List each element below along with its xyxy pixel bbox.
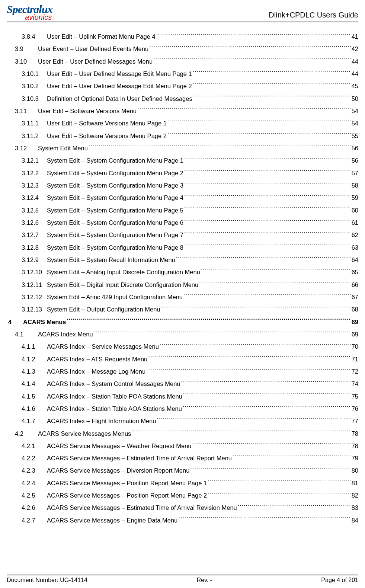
toc-entry: 3.10.1User Edit – User Defined Message E… bbox=[8, 68, 358, 80]
toc-number: 3.12.1 bbox=[22, 154, 47, 167]
toc-number: 3.12.13 bbox=[22, 303, 47, 316]
toc-title: ACARS Service Messages – Estimated Time … bbox=[47, 452, 232, 464]
toc-page: 79 bbox=[352, 452, 358, 464]
toc-title: System Edit – System Configuration Menu … bbox=[47, 167, 183, 179]
toc-page: 83 bbox=[352, 502, 358, 514]
toc-leader bbox=[233, 454, 351, 461]
toc-leader bbox=[132, 429, 350, 436]
toc-title: ACARS Service Messages – Position Report… bbox=[47, 477, 207, 489]
toc-leader bbox=[183, 392, 351, 399]
toc-entry: 3.12.6System Edit – System Configuration… bbox=[8, 217, 358, 229]
toc-entry: 3.12.12System Edit – Arinc 429 Input Con… bbox=[8, 291, 358, 303]
toc-leader bbox=[183, 293, 351, 299]
toc-title: ACARS Service Messages – Diversion Repor… bbox=[47, 464, 189, 477]
toc-page: 75 bbox=[352, 390, 358, 403]
toc-leader bbox=[199, 281, 350, 287]
toc-leader bbox=[178, 516, 350, 523]
toc-page: 56 bbox=[352, 142, 358, 154]
toc-page: 56 bbox=[352, 154, 358, 167]
footer-revision: Rev. - bbox=[196, 577, 212, 584]
toc-leader bbox=[94, 330, 351, 336]
toc-entry: 4.1.4ACARS Index – System Control Messag… bbox=[8, 378, 358, 390]
toc-title: User Edit – User Defined Message Edit Me… bbox=[47, 80, 192, 92]
toc-page: 74 bbox=[352, 378, 358, 390]
toc-entry: 3.10.2User Edit – User Defined Message E… bbox=[8, 80, 358, 92]
toc-number: 4.1 bbox=[15, 328, 38, 341]
toc-entry: 4.2.4ACARS Service Messages – Position R… bbox=[8, 477, 358, 489]
toc-entry: 3.11User Edit – Software Versions Menu54 bbox=[8, 105, 358, 117]
toc-leader bbox=[184, 169, 351, 175]
toc-title: ACARS Index – Station Table POA Stations… bbox=[47, 390, 182, 403]
toc-leader bbox=[193, 70, 351, 76]
toc-title: System Edit – System Configuration Menu … bbox=[47, 192, 183, 204]
toc-number: 3.12.7 bbox=[22, 229, 47, 241]
toc-page: 59 bbox=[352, 192, 358, 204]
toc-title: User Edit – Software Versions Menu Page … bbox=[47, 117, 167, 130]
toc-entry: 3.12.7System Edit – System Configuration… bbox=[8, 229, 358, 241]
table-of-contents: 3.8.4User Edit – Uplink Format Menu Page… bbox=[7, 31, 358, 527]
toc-number: 4.2.2 bbox=[22, 452, 47, 464]
toc-leader bbox=[184, 194, 351, 200]
toc-page: 76 bbox=[352, 403, 358, 415]
page-header: Spectralux avionics Dlink+CPDLC Users Gu… bbox=[7, 4, 358, 22]
toc-title: User Event – User Defined Events Menu bbox=[38, 43, 148, 55]
toc-page: 44 bbox=[352, 55, 358, 68]
logo-brand-bottom: avionics bbox=[7, 13, 52, 21]
toc-title: ACARS Index – ATS Requests Menu bbox=[47, 353, 147, 365]
toc-leader bbox=[184, 218, 351, 225]
toc-number: 3.10 bbox=[15, 55, 38, 68]
logo: Spectralux avionics bbox=[7, 4, 52, 21]
toc-entry: 3.12.5System Edit – System Configuration… bbox=[8, 204, 358, 217]
toc-title: Definition of Optional Data in User Defi… bbox=[47, 93, 192, 105]
toc-entry: 4.2ACARS Service Messages Menus78 bbox=[8, 428, 358, 440]
toc-page: 45 bbox=[352, 80, 358, 92]
toc-number: 4.1.7 bbox=[22, 415, 47, 427]
toc-entry: 4.1.5ACARS Index – Station Table POA Sta… bbox=[8, 390, 358, 403]
toc-leader bbox=[67, 318, 351, 324]
toc-number: 4.2.3 bbox=[22, 464, 47, 477]
toc-page: 42 bbox=[352, 43, 358, 55]
toc-leader bbox=[192, 442, 351, 448]
toc-page: 60 bbox=[352, 204, 358, 217]
toc-number: 3.12.12 bbox=[22, 291, 47, 303]
toc-leader bbox=[183, 405, 351, 411]
toc-leader bbox=[181, 380, 351, 386]
toc-title: ACARS Index – System Control Messages Me… bbox=[47, 378, 180, 390]
toc-number: 3.8.4 bbox=[22, 31, 47, 43]
toc-title: System Edit – Digital Input Discrete Con… bbox=[47, 279, 198, 291]
toc-page: 41 bbox=[352, 31, 358, 43]
toc-leader bbox=[238, 504, 351, 510]
toc-page: 68 bbox=[352, 303, 358, 316]
toc-number: 3.12 bbox=[15, 142, 38, 154]
toc-title: User Edit – Software Versions Menu bbox=[38, 105, 137, 117]
toc-number: 3.12.11 bbox=[22, 279, 47, 291]
toc-entry: 3.12.10System Edit – Analog Input Discre… bbox=[8, 266, 358, 278]
toc-number: 3.12.4 bbox=[22, 192, 47, 204]
toc-title: System Edit – Output Configuration Menu bbox=[47, 303, 160, 316]
toc-number: 4.2.7 bbox=[22, 514, 47, 527]
toc-number: 3.12.10 bbox=[22, 266, 47, 278]
toc-leader bbox=[201, 268, 351, 275]
toc-entry: 4.2.5ACARS Service Messages – Position R… bbox=[8, 489, 358, 502]
toc-entry: 4.1.1ACARS Index – Service Messages Menu… bbox=[8, 341, 358, 353]
toc-page: 54 bbox=[352, 117, 358, 130]
toc-title: System Edit – Arinc 429 Input Configurat… bbox=[47, 291, 183, 303]
toc-number: 4.1.4 bbox=[22, 378, 47, 390]
toc-page: 61 bbox=[352, 217, 358, 229]
toc-page: 65 bbox=[352, 266, 358, 278]
toc-entry: 3.12.9System Edit – System Recall Inform… bbox=[8, 254, 358, 266]
toc-title: ACARS Service Messages Menus bbox=[38, 428, 131, 440]
toc-entry: 3.12.8System Edit – System Configuration… bbox=[8, 242, 358, 254]
toc-number: 3.12.9 bbox=[22, 254, 47, 266]
toc-title: System Edit – System Recall Information … bbox=[47, 254, 175, 266]
toc-title: User Edit – Software Versions Menu Page … bbox=[47, 130, 167, 142]
toc-number: 3.11.2 bbox=[22, 130, 47, 142]
toc-title: System Edit – System Configuration Menu … bbox=[47, 154, 183, 167]
toc-entry: 3.11.2User Edit – Software Versions Menu… bbox=[8, 130, 358, 142]
footer-page: Page 4 of 201 bbox=[321, 577, 358, 584]
toc-entry: 3.10User Edit – User Defined Messages Me… bbox=[8, 55, 358, 68]
toc-leader bbox=[161, 306, 351, 312]
toc-title: ACARS Menus bbox=[23, 316, 66, 328]
toc-page: 44 bbox=[352, 68, 358, 80]
toc-leader bbox=[156, 33, 351, 39]
